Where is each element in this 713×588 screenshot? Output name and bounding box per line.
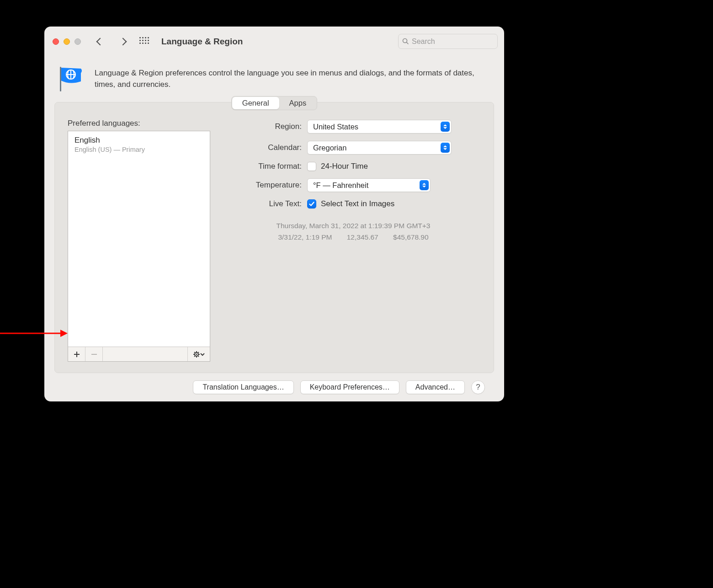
example-number: 12,345.67: [341, 232, 385, 242]
language-actions-button[interactable]: [188, 347, 210, 361]
window-title: Language & Region: [161, 37, 398, 47]
example-date-short: 3/31/22, 1:19 PM: [271, 232, 338, 242]
language-name: English: [74, 136, 203, 145]
live-text-value: Select Text in Images: [321, 199, 394, 208]
stepper-icon: [420, 180, 429, 190]
calendar-label: Calendar:: [226, 143, 307, 152]
svg-rect-5: [60, 67, 61, 91]
calendar-value: Gregorian: [313, 144, 346, 152]
translation-languages-button[interactable]: Translation Languages…: [193, 380, 293, 394]
example-line-1: Thursday, March 31, 2022 at 1:19:39 PM G…: [226, 220, 481, 231]
advanced-button[interactable]: Advanced…: [406, 380, 465, 394]
checkmark-icon: [309, 201, 315, 207]
general-panel: Preferred languages: English English (US…: [54, 102, 494, 373]
flag-icon: [55, 66, 86, 91]
list-item[interactable]: English English (US) — Primary: [74, 136, 203, 153]
keyboard-preferences-button[interactable]: Keyboard Preferences…: [300, 380, 399, 394]
languages-toolbar: [68, 347, 210, 361]
svg-point-10: [196, 353, 197, 355]
zoom-button: [74, 38, 81, 45]
languages-listbox: English English (US) — Primary: [68, 131, 210, 362]
back-button[interactable]: [96, 37, 104, 45]
settings-column: Region: United States Calendar: Gregoria…: [226, 117, 481, 362]
languages-column: Preferred languages: English English (US…: [68, 117, 210, 362]
intro-text: Language & Region preferences control th…: [95, 66, 491, 90]
time-format-checkbox[interactable]: [307, 162, 316, 171]
show-all-button[interactable]: [139, 37, 149, 46]
time-format-label: Time format:: [226, 162, 307, 171]
stepper-icon: [441, 143, 450, 153]
region-select[interactable]: United States: [307, 120, 452, 134]
live-text-label: Live Text:: [226, 199, 307, 208]
temperature-select[interactable]: °F — Fahrenheit: [307, 178, 431, 192]
preferences-window: Language & Region Search Language: [44, 27, 504, 401]
svg-line-15: [194, 352, 195, 353]
intro: Language & Region preferences control th…: [54, 57, 494, 94]
help-button[interactable]: ?: [471, 380, 485, 394]
toolbar-spacer: [103, 347, 188, 361]
temperature-label: Temperature:: [226, 181, 307, 190]
tab-general[interactable]: General: [232, 97, 279, 109]
svg-line-17: [198, 352, 199, 353]
calendar-select[interactable]: Gregorian: [307, 141, 452, 155]
live-text-checkbox[interactable]: [307, 199, 316, 208]
time-format-value: 24-Hour Time: [321, 162, 368, 171]
example-currency: $45,678.90: [387, 232, 435, 242]
preferred-languages-label: Preferred languages:: [68, 119, 210, 128]
search-placeholder: Search: [412, 37, 435, 46]
forward-button[interactable]: [119, 37, 127, 45]
region-label: Region:: [226, 122, 307, 131]
language-detail: English (US) — Primary: [74, 146, 203, 153]
search-icon: [402, 38, 409, 45]
stepper-icon: [441, 122, 450, 132]
tab-segment: General Apps: [54, 96, 494, 110]
tab-apps[interactable]: Apps: [279, 97, 317, 109]
languages-list[interactable]: English English (US) — Primary: [68, 131, 210, 347]
body: Language & Region preferences control th…: [44, 57, 504, 401]
search-input[interactable]: Search: [398, 34, 498, 49]
svg-line-16: [198, 356, 199, 357]
gear-icon: [192, 351, 205, 358]
temperature-value: °F — Fahrenheit: [313, 181, 368, 190]
add-language-button[interactable]: [68, 347, 85, 361]
remove-language-button: [85, 347, 103, 361]
svg-line-18: [194, 356, 195, 357]
close-button[interactable]: [53, 38, 59, 45]
window-controls: [53, 38, 81, 45]
footer: Translation Languages… Keyboard Preferen…: [54, 373, 494, 401]
plus-icon: [73, 351, 80, 358]
titlebar: Language & Region Search: [44, 27, 504, 57]
format-example: Thursday, March 31, 2022 at 1:19:39 PM G…: [226, 220, 481, 243]
svg-line-1: [407, 43, 409, 44]
minimize-button[interactable]: [64, 38, 70, 45]
minus-icon: [90, 351, 98, 358]
region-value: United States: [313, 123, 358, 131]
nav-buttons: [97, 39, 126, 44]
